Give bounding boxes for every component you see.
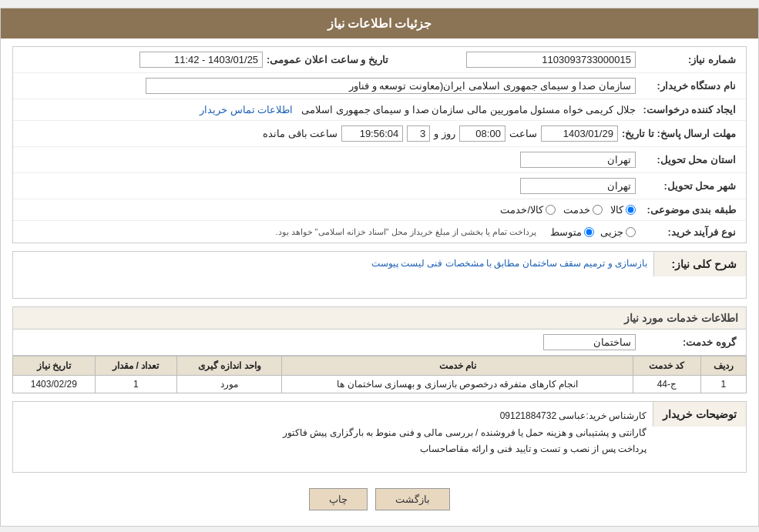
category-khedmat[interactable]: خدمت <box>563 204 603 216</box>
process-content: جزیی متوسط پرداخت تمام یا بخشی از مبلغ خ… <box>23 226 636 238</box>
city-row: شهر محل تحویل: تهران <box>13 173 746 199</box>
col-quantity: تعداد / مقدار <box>95 356 176 376</box>
buyer-notes-section: توضیحات خریدار کارشناس خرید:عباسی 091218… <box>12 401 747 473</box>
category-kala[interactable]: کالا <box>610 204 636 216</box>
deadline-remaining-input: 19:56:04 <box>341 125 403 142</box>
category-kala-label: کالا <box>610 204 623 216</box>
description-value: بازسازی و ترمیم سقف ساختمان مطابق با مشخ… <box>13 252 653 298</box>
col-row-number: ردیف <box>700 356 746 376</box>
process-jozii-label: جزیی <box>600 226 623 238</box>
buyer-notes-line2: گارانتی و پشتیبانی و هزینه حمل یا فروشند… <box>19 425 646 442</box>
category-radio-group: کالا خدمت کالا/خدمت <box>23 204 636 216</box>
creator-label: ایجاد کننده درخواست: <box>640 104 740 115</box>
announcement-input: 1403/01/25 - 11:42 <box>139 52 263 68</box>
cell-quantity: 1 <box>95 376 176 393</box>
cell-unit: مورد <box>177 376 282 393</box>
need-number-row: شماره نیاز: 1103093733000015 تاریخ و ساع… <box>13 47 746 73</box>
cell-date: 1403/02/29 <box>13 376 96 393</box>
buyer-notes-line3: پرداخت پس از نصب و تست و تایید فنی و ارا… <box>19 441 646 458</box>
cell-service-name: انجام کارهای متفرقه درخصوص بازسازی و بهس… <box>282 376 633 393</box>
category-kala-khedmat-label: کالا/خدمت <box>500 204 543 216</box>
need-number-value: 1103093733000015 <box>392 50 640 69</box>
service-group-input: ساختمان <box>543 334 636 350</box>
deadline-days-input: 3 <box>407 125 430 142</box>
deadline-time-label: ساعت <box>509 128 537 139</box>
process-label: نوع فرآیند خرید: <box>640 226 740 238</box>
table-header-row: ردیف کد خدمت نام خدمت واحد اندازه گیری ت… <box>13 356 747 376</box>
col-service-name: نام خدمت <box>282 356 633 376</box>
process-row: نوع فرآیند خرید: جزیی متوسط پرداخت تمام … <box>13 221 746 243</box>
process-note: پرداخت تمام یا بخشی از مبلغ خریداز محل "… <box>275 227 536 237</box>
creator-link[interactable]: اطلاعات تماس خریدار <box>200 104 293 115</box>
cell-service-code: ج-44 <box>633 376 701 393</box>
process-jozii[interactable]: جزیی <box>600 226 636 238</box>
description-section: شرح کلی نیاز: بازسازی و ترمیم سقف ساختما… <box>12 251 747 299</box>
buyer-notes-content: کارشناس خرید:عباسی 09121884732 گارانتی و… <box>13 402 653 464</box>
category-khedmat-radio[interactable] <box>593 205 603 215</box>
cell-row-number: 1 <box>700 376 746 393</box>
back-button[interactable]: بازگشت <box>375 488 450 510</box>
creator-text: جلال کریمی خواه مسئول ماموریین مالی سازم… <box>301 104 636 115</box>
category-value: کالا خدمت کالا/خدمت <box>19 202 640 217</box>
city-label: شهر محل تحویل: <box>640 180 740 192</box>
category-khedmat-label: خدمت <box>563 204 590 216</box>
process-jozii-radio[interactable] <box>626 227 636 237</box>
description-label: شرح کلی نیاز: <box>653 252 746 276</box>
service-group-value: ساختمان <box>19 333 640 352</box>
service-group-label: گروه خدمت: <box>640 336 740 348</box>
process-motevaset-radio[interactable] <box>584 227 594 237</box>
info-section: شماره نیاز: 1103093733000015 تاریخ و ساع… <box>12 46 747 243</box>
button-row: بازگشت چاپ <box>12 480 747 518</box>
col-service-code: کد خدمت <box>633 356 701 376</box>
deadline-days-label: روز و <box>434 128 455 139</box>
category-kala-khedmat-radio[interactable] <box>546 205 556 215</box>
need-number-label: شماره نیاز: <box>640 54 740 65</box>
org-value: سازمان صدا و سیمای جمهوری اسلامی ایران(م… <box>19 76 640 95</box>
process-motevaset-label: متوسط <box>550 226 582 238</box>
city-value: تهران <box>19 176 640 196</box>
deadline-remaining-label: ساعت باقی مانده <box>263 128 338 139</box>
category-kala-khedmat[interactable]: کالا/خدمت <box>500 204 556 216</box>
province-input: تهران <box>520 152 636 168</box>
deadline-row: مهلت ارسال پاسخ: تا تاریخ: 1403/01/29 سا… <box>13 121 746 147</box>
buyer-notes-line1: کارشناس خرید:عباسی 09121884732 <box>19 408 646 425</box>
province-row: استان محل تحویل: تهران <box>13 147 746 173</box>
creator-row: ایجاد کننده درخواست: جلال کریمی خواه مسئ… <box>13 99 746 121</box>
deadline-label: مهلت ارسال پاسخ: تا تاریخ: <box>622 128 740 139</box>
col-date: تاریخ نیاز <box>13 356 96 376</box>
buyer-notes-label: توضیحات خریدار <box>653 402 746 427</box>
deadline-value: 1403/01/29 ساعت 08:00 روز و 3 19:56:04 س… <box>19 124 622 143</box>
org-input: سازمان صدا و سیمای جمهوری اسلامی ایران(م… <box>146 78 636 94</box>
city-input: تهران <box>520 178 636 194</box>
announcement-label: تاریخ و ساعت اعلان عمومی: <box>267 54 392 65</box>
creator-value: جلال کریمی خواه مسئول ماموریین مالی سازم… <box>19 102 640 117</box>
services-table: ردیف کد خدمت نام خدمت واحد اندازه گیری ت… <box>12 356 747 393</box>
services-title: اطلاعات خدمات مورد نیاز <box>12 306 747 329</box>
category-row: طبقه بندی موضوعی: کالا خدمت <box>13 199 746 221</box>
province-label: استان محل تحویل: <box>640 154 740 166</box>
deadline-time-input: 08:00 <box>459 125 505 142</box>
page-title: جزئیات اطلاعات نیاز <box>1 8 758 38</box>
table-row: 1 ج-44 انجام کارهای متفرقه درخصوص بازساز… <box>13 376 747 393</box>
service-group-row: گروه خدمت: ساختمان <box>13 330 746 355</box>
process-motevaset[interactable]: متوسط <box>550 226 594 238</box>
print-button[interactable]: چاپ <box>309 488 368 510</box>
need-number-input: 1103093733000015 <box>466 52 636 68</box>
services-table-section: ردیف کد خدمت نام خدمت واحد اندازه گیری ت… <box>12 356 747 393</box>
service-group-section: گروه خدمت: ساختمان <box>12 329 747 356</box>
province-value: تهران <box>19 150 640 169</box>
category-label: طبقه بندی موضوعی: <box>640 204 740 216</box>
deadline-date-input: 1403/01/29 <box>541 125 618 142</box>
deadline-date-row: 1403/01/29 ساعت 08:00 روز و 3 19:56:04 س… <box>23 125 618 142</box>
col-unit: واحد اندازه گیری <box>177 356 282 376</box>
announcement-value: 1403/01/25 - 11:42 <box>19 50 267 69</box>
process-value: جزیی متوسط پرداخت تمام یا بخشی از مبلغ خ… <box>19 225 640 239</box>
org-label: نام دستگاه خریدار: <box>640 80 740 92</box>
category-kala-radio[interactable] <box>626 205 636 215</box>
org-row: نام دستگاه خریدار: سازمان صدا و سیمای جم… <box>13 73 746 99</box>
